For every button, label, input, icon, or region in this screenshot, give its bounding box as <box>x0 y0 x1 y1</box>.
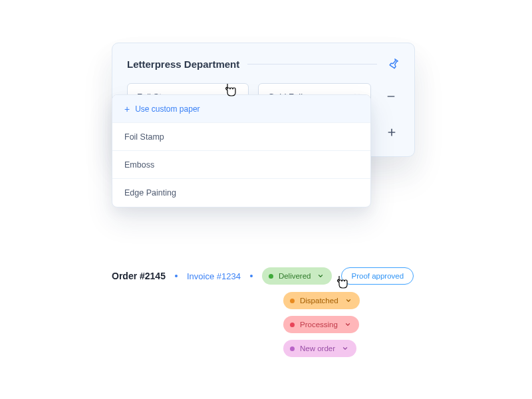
dropdown-item-label: Edge Painting <box>124 188 176 198</box>
minus-icon <box>386 91 396 102</box>
process-dropdown: + Use custom paper Foil Stamp Emboss Edg… <box>112 94 371 207</box>
status-pill-dispatched[interactable]: Dispatched <box>283 292 360 309</box>
order-bar: Order #2145 Invoice #1234 Delivered Proo… <box>112 267 414 285</box>
card-title: Letterpress Department <box>127 59 239 70</box>
invoice-link[interactable]: Invoice #1234 <box>187 271 241 281</box>
dropdown-item-foil-stamp[interactable]: Foil Stamp <box>112 123 370 151</box>
chevron-down-icon <box>344 321 351 328</box>
card-header: Letterpress Department <box>127 55 402 72</box>
dropdown-item-custom-paper[interactable]: + Use custom paper <box>112 95 370 123</box>
status-dot <box>269 274 273 279</box>
dropdown-item-label: Foil Stamp <box>124 132 164 142</box>
dropdown-item-emboss[interactable]: Emboss <box>112 151 370 179</box>
plus-icon <box>386 127 397 138</box>
proof-approved-chip[interactable]: Proof approved <box>341 267 414 285</box>
proof-label: Proof approved <box>351 272 404 280</box>
dropdown-custom-label: Use custom paper <box>135 104 200 114</box>
status-label: Processing <box>300 321 338 329</box>
status-dot <box>290 299 295 303</box>
status-dot <box>290 346 295 351</box>
header-rule <box>247 64 377 65</box>
pin-button[interactable] <box>385 55 402 72</box>
status-pill-new-order[interactable]: New order <box>283 340 356 357</box>
status-label: Dispatched <box>300 297 338 305</box>
status-pill-delivered[interactable]: Delivered <box>262 267 332 285</box>
dropdown-item-label: Emboss <box>124 160 154 170</box>
status-pill-processing[interactable]: Processing <box>283 316 359 333</box>
status-options: Dispatched Processing New order <box>283 292 360 357</box>
add-row-button[interactable] <box>381 122 402 143</box>
chevron-down-icon <box>342 345 348 352</box>
status-dot <box>290 323 295 327</box>
status-label: New order <box>300 344 335 352</box>
chevron-down-icon <box>317 273 324 279</box>
status-label: Delivered <box>279 272 311 280</box>
chevron-down-icon <box>345 297 352 304</box>
plus-icon: + <box>124 104 130 114</box>
remove-row-button[interactable] <box>380 86 402 107</box>
pin-icon <box>388 58 400 70</box>
dropdown-item-edge-painting[interactable]: Edge Painting <box>112 179 370 207</box>
order-number: Order #2145 <box>112 271 166 281</box>
separator-dot <box>250 275 253 277</box>
separator-dot <box>175 275 178 277</box>
